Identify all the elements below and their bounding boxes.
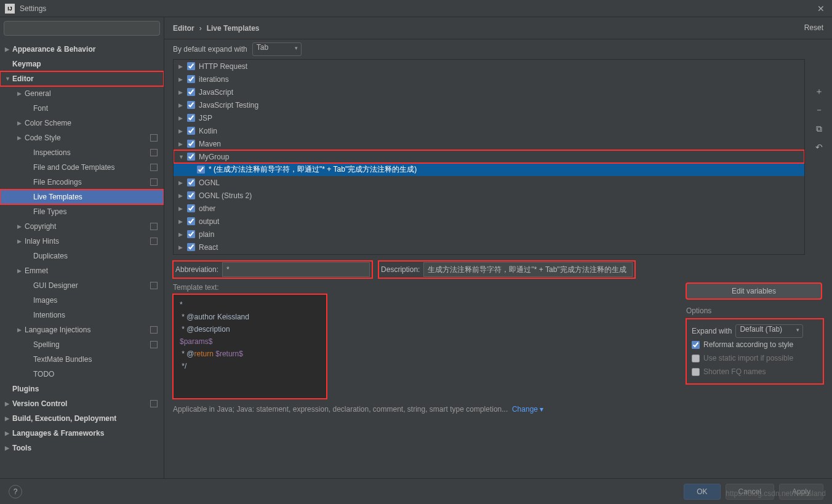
sidebar-item[interactable]: ▶Code Style: [0, 130, 164, 145]
template-text-editor[interactable]: * * @author Keissland * @description$par…: [173, 294, 327, 399]
templates-tree[interactable]: ▶HTTP Request▶iterations▶JavaScript▶Java…: [173, 59, 805, 255]
static-import-checkbox[interactable]: [692, 354, 700, 362]
template-tree-row[interactable]: ▶OGNL (Struts 2): [174, 189, 804, 202]
sidebar-item[interactable]: ▶Inlay Hints: [0, 234, 164, 249]
breadcrumb: Editor › Live Templates Reset: [164, 17, 832, 39]
sidebar-item[interactable]: ▶Languages & Frameworks: [0, 426, 164, 441]
sidebar-item[interactable]: ▶Build, Execution, Deployment: [0, 411, 164, 426]
undo-icon[interactable]: ↶: [812, 140, 826, 154]
sidebar-item[interactable]: Inspections: [0, 145, 164, 160]
sidebar-item[interactable]: Intentions: [0, 308, 164, 322]
settings-tree[interactable]: ▶Appearance & BehaviorKeymap▼Editor▶Gene…: [0, 39, 164, 478]
settings-sidebar: ▶Appearance & BehaviorKeymap▼Editor▶Gene…: [0, 17, 164, 478]
template-tree-row[interactable]: ▶Kotlin: [174, 124, 804, 137]
reset-link[interactable]: Reset: [804, 23, 823, 32]
template-tree-row[interactable]: ▶HTTP Request: [174, 60, 804, 73]
template-tree-row[interactable]: ▶JavaScript Testing: [174, 98, 804, 111]
watermark: https://blog.csdn.net/Keissland: [726, 489, 826, 498]
template-text-label: Template text:: [173, 283, 678, 292]
help-button[interactable]: ?: [9, 485, 22, 498]
description-label: Description:: [381, 265, 420, 274]
sidebar-item[interactable]: GUI Designer: [0, 278, 164, 293]
sidebar-item[interactable]: ▶Copyright: [0, 219, 164, 234]
sidebar-item[interactable]: Live Templates: [0, 190, 164, 204]
description-input[interactable]: [423, 262, 633, 277]
expand-with-label: Expand with: [692, 327, 732, 335]
window-title: Settings: [20, 4, 46, 13]
remove-icon[interactable]: －: [812, 103, 826, 117]
template-tree-row[interactable]: ▶Maven: [174, 137, 804, 150]
template-tree-row[interactable]: ▶iterations: [174, 73, 804, 86]
sidebar-item[interactable]: File Encodings: [0, 175, 164, 190]
change-link[interactable]: Change ▾: [512, 405, 543, 414]
template-tree-row[interactable]: ▶output: [174, 215, 804, 228]
sidebar-item[interactable]: TextMate Bundles: [0, 352, 164, 367]
edit-variables-button[interactable]: Edit variables: [686, 283, 822, 299]
titlebar: IJ Settings ✕: [0, 0, 832, 17]
ok-button[interactable]: OK: [684, 484, 720, 500]
abbreviation-label: Abbreviation:: [175, 265, 218, 274]
expand-with-select[interactable]: Default (Tab): [735, 324, 803, 338]
template-tree-row[interactable]: ▶JavaScript: [174, 86, 804, 98]
app-logo-icon: IJ: [5, 4, 15, 14]
expand-default-label: By default expand with: [173, 45, 247, 54]
sidebar-item[interactable]: ▶Appearance & Behavior: [0, 42, 164, 57]
sidebar-item[interactable]: ▼Editor: [0, 71, 164, 86]
reformat-checkbox[interactable]: [692, 341, 700, 349]
sidebar-item[interactable]: ▶Language Injections: [0, 322, 164, 337]
template-tree-row[interactable]: ▶plain: [174, 228, 804, 241]
abbreviation-input[interactable]: [222, 262, 370, 277]
sidebar-item[interactable]: File and Code Templates: [0, 160, 164, 175]
sidebar-item[interactable]: TODO: [0, 367, 164, 382]
sidebar-item[interactable]: Plugins: [0, 382, 164, 396]
applicable-text: Applicable in Java; Java: statement, exp…: [173, 405, 508, 414]
close-icon[interactable]: ✕: [817, 4, 825, 14]
sidebar-item[interactable]: Duplicates: [0, 249, 164, 263]
sidebar-item[interactable]: ▶Tools: [0, 441, 164, 455]
sidebar-item[interactable]: Font: [0, 101, 164, 116]
template-tree-row[interactable]: ▼MyGroup: [174, 150, 804, 163]
sidebar-item[interactable]: ▶General: [0, 86, 164, 101]
sidebar-item[interactable]: Images: [0, 293, 164, 308]
options-panel: Expand with Default (Tab) Reformat accor…: [686, 319, 823, 384]
template-tree-row[interactable]: ▶JSP: [174, 111, 804, 124]
shorten-fq-checkbox[interactable]: [692, 368, 700, 376]
options-title: Options: [686, 306, 823, 315]
sidebar-item[interactable]: ▶Version Control: [0, 396, 164, 411]
template-tree-row[interactable]: ▶React: [174, 241, 804, 254]
expand-default-select[interactable]: Tab: [252, 42, 302, 56]
copy-icon[interactable]: ⧉: [812, 122, 826, 135]
template-tree-row[interactable]: ▶other: [174, 202, 804, 215]
sidebar-item[interactable]: ▶Color Scheme: [0, 116, 164, 130]
sidebar-item[interactable]: Spelling: [0, 337, 164, 352]
sidebar-item[interactable]: ▶Emmet: [0, 263, 164, 278]
add-icon[interactable]: ＋: [812, 85, 826, 98]
search-input[interactable]: [4, 21, 160, 36]
template-tree-row[interactable]: * (生成方法注释前导字符，即通过"* + Tab"完成方法注释的生成): [174, 163, 804, 176]
sidebar-item[interactable]: File Types: [0, 204, 164, 219]
sidebar-item[interactable]: Keymap: [0, 57, 164, 71]
template-tree-row[interactable]: ▶OGNL: [174, 176, 804, 189]
